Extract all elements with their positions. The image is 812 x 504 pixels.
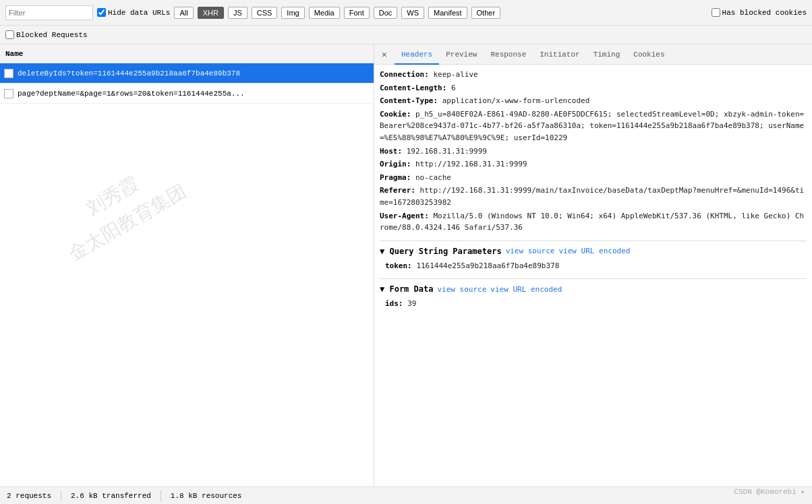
- filter-input[interactable]: [5, 5, 93, 20]
- content-area: Connection: keep-alive Content-Length: 6…: [374, 65, 812, 486]
- request-name: deleteByIds?token=1161444e255a9b218aa6f7…: [18, 69, 240, 77]
- header-pragma: Pragma: no-cache: [380, 172, 807, 184]
- query-view-source[interactable]: view source: [506, 247, 555, 255]
- left-panel: Name deleteByIds?token=1161444e255a9b218…: [0, 44, 374, 486]
- header-val: keep-alive: [433, 70, 477, 79]
- main-panel: 刘秀霞 金太阳教育集团 Name deleteByIds?token=11614…: [0, 44, 812, 486]
- form-view-url-encoded[interactable]: view URL encoded: [490, 285, 562, 294]
- filter-btn-font[interactable]: Font: [344, 7, 370, 19]
- header-host: Host: 192.168.31.31:9999: [380, 146, 807, 158]
- filter-btn-img[interactable]: Img: [281, 7, 304, 19]
- header-val: Mozilla/5.0 (Windows NT 10.0; Win64; x64…: [380, 212, 804, 232]
- tab-initiator[interactable]: Initiator: [533, 44, 586, 65]
- header-key: User-Agent:: [380, 212, 429, 220]
- csdn-badge: CSDN @Komorebi ▸: [734, 483, 805, 501]
- tab-response[interactable]: Response: [484, 44, 533, 65]
- tab-headers[interactable]: Headers: [395, 44, 439, 65]
- query-param-token: token: 1161444e255a9b218aa6f7ba4e89b378: [385, 260, 807, 272]
- header-key: Content-Length:: [380, 84, 446, 92]
- header-key: Host:: [380, 147, 402, 156]
- request-item[interactable]: deleteByIds?token=1161444e255a9b218aa6f7…: [0, 63, 374, 84]
- param-val: 39: [407, 299, 416, 308]
- status-resources: 1.8 kB resources: [171, 487, 242, 505]
- right-panel: ✕ Headers Preview Response Initiator Tim…: [374, 44, 812, 486]
- hide-data-urls-text: Hide data URLs: [108, 9, 170, 17]
- status-requests: 2 requests: [7, 487, 51, 505]
- name-column-header: Name: [0, 44, 374, 63]
- filter-btn-css[interactable]: CSS: [252, 7, 278, 19]
- header-val: p_h5_u=840EF02A-E861-49AD-8280-AE0F5DDCF…: [380, 110, 804, 142]
- status-separator: [161, 491, 161, 501]
- has-blocked-cookies-text: Has blocked cookies: [722, 9, 807, 17]
- header-content-length: Content-Length: 6: [380, 82, 807, 94]
- header-key: Content-Type:: [380, 96, 438, 105]
- toolbar: Hide data URLs All XHR JS CSS Img Media …: [0, 0, 812, 26]
- header-val: http://192.168.31.31:9999/main/taxInvoic…: [380, 186, 804, 207]
- header-origin: Origin: http://192.168.31.31:9999: [380, 158, 807, 170]
- blocked-requests-label[interactable]: Blocked Requests: [5, 30, 88, 39]
- header-content-type: Content-Type: application/x-www-form-url…: [380, 95, 807, 107]
- blocked-requests-row: Blocked Requests: [0, 26, 812, 44]
- hide-data-urls-checkbox[interactable]: [97, 8, 106, 17]
- has-blocked-cookies-label[interactable]: Has blocked cookies: [712, 8, 807, 17]
- tab-timing[interactable]: Timing: [587, 44, 627, 65]
- filter-btn-other[interactable]: Other: [471, 7, 501, 19]
- filter-btn-ws[interactable]: WS: [401, 7, 424, 19]
- hide-data-urls-label[interactable]: Hide data URLs: [97, 8, 170, 17]
- status-bar: 2 requests 2.6 kB transferred 1.8 kB res…: [0, 486, 812, 504]
- param-key: ids:: [385, 299, 403, 308]
- query-string-section: ▼ Query String Parameters view source vi…: [380, 241, 807, 256]
- blocked-requests-text: Blocked Requests: [16, 31, 88, 39]
- blocked-requests-checkbox[interactable]: [5, 30, 14, 39]
- status-separator: [61, 491, 61, 501]
- header-val: http://192.168.31.31:9999: [415, 160, 527, 168]
- header-val: 6: [451, 84, 456, 92]
- filter-btn-manifest[interactable]: Manifest: [428, 7, 467, 19]
- param-key: token:: [385, 261, 412, 270]
- form-param-ids: ids: 39: [385, 298, 807, 310]
- header-cookie: Cookie: p_h5_u=840EF02A-E861-49AD-8280-A…: [380, 108, 807, 144]
- tabs-bar: ✕ Headers Preview Response Initiator Tim…: [374, 44, 812, 65]
- header-val: no-cache: [415, 173, 451, 182]
- tab-cookies[interactable]: Cookies: [627, 44, 671, 65]
- request-name: page?deptName=&page=1&rows=20&token=1161…: [18, 90, 245, 98]
- header-connection: Connection: keep-alive: [380, 69, 807, 81]
- header-key: Pragma:: [380, 173, 411, 182]
- header-key: Connection:: [380, 70, 429, 79]
- filter-btn-doc[interactable]: Doc: [374, 7, 398, 19]
- request-icon: [4, 89, 13, 98]
- form-view-source[interactable]: view source: [437, 285, 486, 294]
- header-val: application/x-www-form-urlencoded: [442, 96, 590, 105]
- header-referer: Referer: http://192.168.31.31:9999/main/…: [380, 185, 807, 208]
- form-data-title: ▼ Form Data: [380, 284, 433, 294]
- status-transferred: 2.6 kB transferred: [71, 487, 151, 505]
- header-key: Origin:: [380, 160, 411, 168]
- request-icon: [4, 69, 13, 78]
- filter-btn-media[interactable]: Media: [309, 7, 340, 19]
- param-val: 1161444e255a9b218aa6f7ba4e89b378: [416, 261, 559, 270]
- query-view-url-encoded[interactable]: view URL encoded: [558, 247, 630, 255]
- request-item[interactable]: page?deptName=&page=1&rows=20&token=1161…: [0, 84, 374, 104]
- filter-btn-all[interactable]: All: [174, 7, 193, 19]
- header-key: Referer:: [380, 186, 415, 195]
- filter-btn-js[interactable]: JS: [228, 7, 248, 19]
- header-key: Cookie:: [380, 110, 411, 119]
- tab-preview[interactable]: Preview: [439, 44, 484, 65]
- close-panel-button[interactable]: ✕: [377, 47, 392, 62]
- header-val: 192.168.31.31:9999: [407, 147, 487, 156]
- header-user-agent: User-Agent: Mozilla/5.0 (Windows NT 10.0…: [380, 210, 807, 234]
- has-blocked-cookies-checkbox[interactable]: [712, 8, 720, 17]
- form-data-section: ▼ Form Data view source view URL encoded: [380, 278, 807, 294]
- filter-btn-xhr[interactable]: XHR: [198, 7, 224, 19]
- query-string-title: ▼ Query String Parameters: [380, 247, 502, 256]
